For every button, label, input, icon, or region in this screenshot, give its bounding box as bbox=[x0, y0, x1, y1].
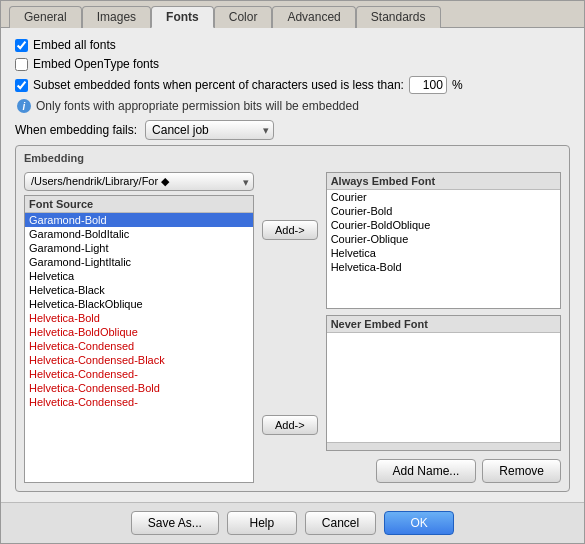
never-embed-list[interactable] bbox=[327, 333, 560, 443]
cancel-button[interactable]: Cancel bbox=[305, 511, 376, 535]
list-item[interactable]: Helvetica-BoldOblique bbox=[25, 325, 253, 339]
embed-opentype-checkbox[interactable] bbox=[15, 58, 28, 71]
list-item[interactable]: Helvetica-BlackOblique bbox=[25, 297, 253, 311]
always-embed-item[interactable]: Courier-BoldOblique bbox=[327, 218, 560, 232]
action-buttons-row: Add Name... Remove bbox=[326, 459, 561, 483]
percent-unit: % bbox=[452, 78, 463, 92]
tab-general[interactable]: General bbox=[9, 6, 82, 28]
list-item[interactable]: Garamond-Light bbox=[25, 241, 253, 255]
always-embed-item[interactable]: Courier-Oblique bbox=[327, 232, 560, 246]
list-item[interactable]: Garamond-Bold bbox=[25, 213, 253, 227]
embedding-body: /Users/hendrik/Library/For ◆ Font Source… bbox=[24, 172, 561, 483]
embed-opentype-row: Embed OpenType fonts bbox=[15, 57, 570, 71]
always-embed-item[interactable]: Courier-Bold bbox=[327, 204, 560, 218]
list-item[interactable]: Helvetica-Condensed-Bold bbox=[25, 381, 253, 395]
embed-fails-label: When embedding fails: bbox=[15, 123, 137, 137]
never-embed-box: Never Embed Font bbox=[326, 315, 561, 452]
font-source-dropdown-wrapper: /Users/hendrik/Library/For ◆ bbox=[24, 172, 254, 191]
add-never-button[interactable]: Add-> bbox=[262, 415, 318, 435]
right-panel: Always Embed Font Courier Courier-Bold C… bbox=[326, 172, 561, 483]
list-item[interactable]: Helvetica-Condensed- bbox=[25, 395, 253, 409]
list-item[interactable]: Helvetica-Condensed bbox=[25, 339, 253, 353]
embed-opentype-label: Embed OpenType fonts bbox=[33, 57, 159, 71]
tab-advanced[interactable]: Advanced bbox=[272, 6, 355, 28]
list-item[interactable]: Helvetica-Condensed-Black bbox=[25, 353, 253, 367]
tab-color[interactable]: Color bbox=[214, 6, 273, 28]
embed-fails-dropdown[interactable]: Cancel job Ignore Warn and continue bbox=[145, 120, 274, 140]
subset-checkbox[interactable] bbox=[15, 79, 28, 92]
remove-button[interactable]: Remove bbox=[482, 459, 561, 483]
middle-buttons: Add-> Add-> bbox=[262, 172, 318, 483]
list-item[interactable]: Helvetica-Black bbox=[25, 283, 253, 297]
embed-all-fonts-label: Embed all fonts bbox=[33, 38, 116, 52]
always-embed-box: Always Embed Font Courier Courier-Bold C… bbox=[326, 172, 561, 309]
always-embed-header: Always Embed Font bbox=[327, 173, 560, 190]
fonts-content: Embed all fonts Embed OpenType fonts Sub… bbox=[1, 28, 584, 502]
tab-images[interactable]: Images bbox=[82, 6, 151, 28]
main-window: General Images Fonts Color Advanced Stan… bbox=[0, 0, 585, 544]
always-embed-item[interactable]: Courier bbox=[327, 190, 560, 204]
never-embed-scrollbar[interactable] bbox=[327, 442, 560, 450]
subset-label: Subset embedded fonts when percent of ch… bbox=[33, 78, 404, 92]
info-text: Only fonts with appropriate permission b… bbox=[36, 99, 359, 113]
list-item[interactable]: Garamond-BoldItalic bbox=[25, 227, 253, 241]
list-item[interactable]: Garamond-LightItalic bbox=[25, 255, 253, 269]
always-embed-item[interactable]: Helvetica bbox=[327, 246, 560, 260]
subset-row: Subset embedded fonts when percent of ch… bbox=[15, 76, 570, 94]
font-list-box[interactable]: Font Source Garamond-Bold Garamond-BoldI… bbox=[24, 195, 254, 483]
never-embed-header: Never Embed Font bbox=[327, 316, 560, 333]
left-panel: /Users/hendrik/Library/For ◆ Font Source… bbox=[24, 172, 254, 483]
info-row: i Only fonts with appropriate permission… bbox=[17, 99, 570, 113]
percent-input[interactable]: 100 bbox=[409, 76, 447, 94]
list-item[interactable]: Helvetica-Bold bbox=[25, 311, 253, 325]
help-button[interactable]: Help bbox=[227, 511, 297, 535]
embed-fails-row: When embedding fails: Cancel job Ignore … bbox=[15, 120, 570, 140]
embed-fails-dropdown-wrapper: Cancel job Ignore Warn and continue bbox=[145, 120, 274, 140]
tab-standards[interactable]: Standards bbox=[356, 6, 441, 28]
info-icon: i bbox=[17, 99, 31, 113]
ok-button[interactable]: OK bbox=[384, 511, 454, 535]
list-item[interactable]: Helvetica-Condensed- bbox=[25, 367, 253, 381]
bottom-bar: Save As... Help Cancel OK bbox=[1, 502, 584, 543]
list-item[interactable]: Helvetica bbox=[25, 269, 253, 283]
embed-all-fonts-row: Embed all fonts bbox=[15, 38, 570, 52]
embed-all-fonts-checkbox[interactable] bbox=[15, 39, 28, 52]
tab-bar: General Images Fonts Color Advanced Stan… bbox=[1, 1, 584, 28]
embedding-label: Embedding bbox=[24, 152, 561, 164]
always-embed-item[interactable]: Helvetica-Bold bbox=[327, 260, 560, 274]
font-source-header: Font Source bbox=[25, 196, 253, 213]
font-source-dropdown[interactable]: /Users/hendrik/Library/For ◆ bbox=[24, 172, 254, 191]
add-name-button[interactable]: Add Name... bbox=[376, 459, 477, 483]
add-always-button[interactable]: Add-> bbox=[262, 220, 318, 240]
always-embed-list[interactable]: Courier Courier-Bold Courier-BoldOblique… bbox=[327, 190, 560, 308]
embedding-section: Embedding /Users/hendrik/Library/For ◆ F… bbox=[15, 145, 570, 492]
tab-fonts[interactable]: Fonts bbox=[151, 6, 214, 28]
save-as-button[interactable]: Save As... bbox=[131, 511, 219, 535]
